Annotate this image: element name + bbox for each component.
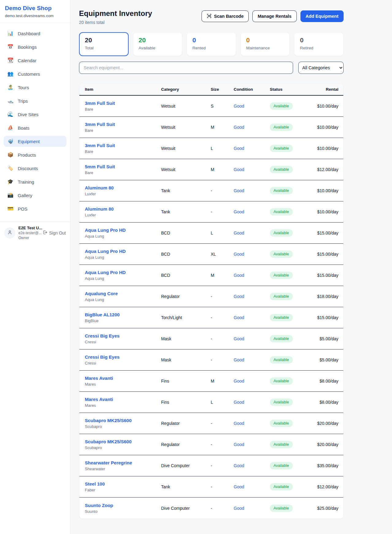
sidebar-item-training[interactable]: 🎓Training [4,176,66,187]
stat-card-retired[interactable]: 0Retired [294,32,344,56]
size-cell: - [211,336,234,341]
sidebar-item-boats[interactable]: ⛵Boats [4,122,66,133]
sidebar-item-dive-sites[interactable]: 🌊Dive Sites [4,109,66,120]
rental-cell: $8.00/day [316,379,343,383]
condition-link[interactable]: Good [234,442,244,447]
item-cell: Aqualung Core Aqua Lung [79,291,161,302]
diving-mask-icon: 🤿 [7,139,13,144]
sidebar-item-products[interactable]: 📦Products [4,149,66,160]
item-cell: Cressi Big Eyes Cressi [79,333,161,344]
user-role: Owner [18,236,40,240]
condition-link[interactable]: Good [234,506,244,511]
condition-link[interactable]: Good [234,421,244,426]
item-name-link[interactable]: Aqualung Core [85,291,161,296]
table-row: Scubapro MK25/S600 Scubapro Regulator - … [79,434,343,455]
bar-chart-icon: 📊 [7,31,13,36]
item-name-link[interactable]: Scubapro MK25/S600 [85,418,161,423]
item-brand: Luxfer [85,213,161,217]
item-name-link[interactable]: Mares Avanti [85,397,161,402]
item-name-link[interactable]: Cressi Big Eyes [85,333,161,338]
sidebar-item-tours[interactable]: 🏝️Tours [4,82,66,93]
condition-link[interactable]: Good [234,104,244,109]
sidebar-item-pos[interactable]: 💳POS [4,203,66,214]
size-cell: - [211,294,234,299]
condition-link[interactable]: Good [234,315,244,320]
table-row: Suunto Zoop Suunto Dive Computer - Good … [79,498,343,519]
item-name-link[interactable]: Aqua Lung Pro HD [85,270,161,275]
size-cell: M [211,379,234,383]
sidebar-item-label: Products [18,152,36,158]
stat-card-rented[interactable]: 0Rented [187,32,236,56]
category-select[interactable]: All Categories [298,62,344,74]
scan-barcode-button[interactable]: Scan Barcode [202,10,249,22]
manage-rentals-button[interactable]: Manage Rentals [252,10,296,22]
item-name-link[interactable]: Scubapro MK25/S600 [85,439,161,444]
sidebar-item-equipment[interactable]: 🤿Equipment [4,136,66,147]
item-name-link[interactable]: Aluminum 80 [85,185,161,190]
sidebar-item-dashboard[interactable]: 📊Dashboard [4,28,66,39]
status-badge: Available [270,166,293,173]
stat-card-available[interactable]: 20Available [133,32,183,56]
items-total-subtitle: 20 items total [79,20,152,25]
stat-card-total[interactable]: 20Total [79,32,129,56]
item-name-link[interactable]: Aqua Lung Pro HD [85,249,161,254]
add-equipment-button[interactable]: Add Equipment [300,10,344,22]
condition-link[interactable]: Good [234,167,244,172]
condition-link[interactable]: Good [234,188,244,193]
column-header-rental: Rental [316,87,343,92]
item-brand: Mares [85,382,161,387]
size-cell: - [211,315,234,320]
item-name-link[interactable]: Cressi Big Eyes [85,354,161,360]
size-cell: - [211,421,234,426]
condition-link[interactable]: Good [234,294,244,299]
item-cell: 3mm Full Suit Bare [79,143,161,154]
condition-link[interactable]: Good [234,379,244,383]
sidebar-item-gallery[interactable]: 📸Gallery [4,190,66,201]
item-name-link[interactable]: Aqua Lung Pro HD [85,227,161,233]
size-cell: L [211,231,234,235]
item-name-link[interactable]: 3mm Full Suit [85,143,161,148]
item-name-link[interactable]: Mares Avanti [85,376,161,381]
condition-link[interactable]: Good [234,125,244,130]
table-row: BigBlue AL1200 BigBlue Torch/Light - Goo… [79,307,343,328]
table-header-row: Item Category Size Condition Status Rent… [79,83,343,96]
item-name-link[interactable]: 3mm Full Suit [85,122,161,127]
item-cell: 3mm Full Suit Bare [79,101,161,112]
sidebar-item-customers[interactable]: 👥Customers [4,68,66,79]
equipment-table: Item Category Size Condition Status Rent… [79,83,344,519]
condition-link[interactable]: Good [234,231,244,235]
rental-cell: $8.00/day [316,400,343,405]
item-name-link[interactable]: Suunto Zoop [85,503,161,508]
item-name-link[interactable]: 3mm Full Suit [85,101,161,106]
sidebar-item-bookings[interactable]: 📅Bookings [4,41,66,52]
condition-link[interactable]: Good [234,273,244,278]
condition-link[interactable]: Good [234,400,244,405]
item-name-link[interactable]: BigBlue AL1200 [85,312,161,317]
item-brand: Cressi [85,340,161,344]
item-name-link[interactable]: 5mm Full Suit [85,164,161,169]
item-cell: Cressi Big Eyes Cressi [79,354,161,365]
search-input[interactable] [79,62,293,74]
stat-card-maintenance[interactable]: 0Maintenance [240,32,290,56]
item-name-link[interactable]: Aluminum 80 [85,206,161,212]
sidebar-item-trips[interactable]: 🛥️Trips [4,95,66,106]
item-name-link[interactable]: Steel 100 [85,481,161,486]
table-row: Aqua Lung Pro HD Aqua Lung BCD XL Good A… [79,244,343,265]
condition-link[interactable]: Good [234,336,244,341]
graduation-cap-icon: 🎓 [7,179,13,184]
condition-link[interactable]: Good [234,209,244,214]
credit-card-icon: 💳 [7,206,13,211]
condition-link[interactable]: Good [234,484,244,489]
sign-out-button[interactable]: Sign Out [43,230,66,236]
condition-link[interactable]: Good [234,252,244,257]
sidebar-item-calendar[interactable]: 📆Calendar [4,55,66,66]
table-row: 3mm Full Suit Bare Wetsuit M Good Availa… [79,117,343,138]
condition-link[interactable]: Good [234,357,244,362]
condition-link[interactable]: Good [234,146,244,151]
category-cell: Tank [161,209,211,214]
sidebar-item-discounts[interactable]: 🏷️Discounts [4,163,66,174]
category-cell: Regulator [161,294,211,299]
sidebar-item-label: Training [18,179,34,185]
condition-link[interactable]: Good [234,463,244,468]
item-name-link[interactable]: Shearwater Peregrine [85,460,161,465]
